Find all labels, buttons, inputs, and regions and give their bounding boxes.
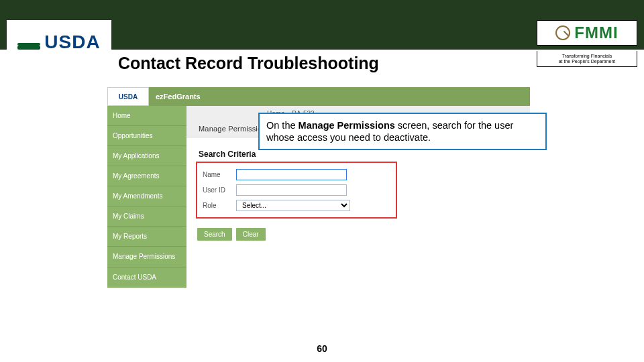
- sidebar-item-my-agreements[interactable]: My Agreements: [107, 166, 186, 186]
- sidebar-item-home[interactable]: Home: [107, 106, 186, 126]
- sidebar-item-my-applications[interactable]: My Applications: [107, 146, 186, 166]
- usda-logo: USDA: [7, 20, 111, 64]
- callout-text-bold: Manage Permissions: [299, 120, 395, 131]
- key-icon: [555, 25, 570, 40]
- fmmi-logo: FMMI: [537, 20, 637, 46]
- sidebar-item-my-amendments[interactable]: My Amendments: [107, 186, 186, 206]
- app-top-bar: ezFedGrants: [149, 87, 530, 106]
- fmmi-tagline-2: at the People's Department: [559, 59, 616, 64]
- app-brand-title: ezFedGrants: [156, 93, 201, 101]
- page-number: 60: [317, 343, 327, 354]
- search-button[interactable]: Search: [197, 228, 232, 241]
- usda-mark-icon: [17, 32, 40, 52]
- sidebar-item-opportunities[interactable]: Opportunities: [107, 126, 186, 146]
- sidebar-item-my-claims[interactable]: My Claims: [107, 206, 186, 227]
- slide-title: Contact Record Troubleshooting: [118, 52, 382, 73]
- label-name: Name: [203, 171, 236, 178]
- app-usda-mini-logo: USDA: [107, 87, 149, 106]
- label-role: Role: [203, 202, 236, 209]
- sidebar-item-manage-permissions[interactable]: Manage Permissions: [107, 247, 186, 267]
- fmmi-logo-text: FMMI: [574, 23, 618, 42]
- fmmi-tagline-1: Transforming Financials: [562, 54, 612, 58]
- clear-button[interactable]: Clear: [236, 228, 266, 241]
- usda-logo-text: USDA: [44, 32, 100, 53]
- app-sidebar: Home Opportunities My Applications My Ag…: [107, 106, 186, 288]
- instruction-callout: On the Manage Permissions screen, search…: [258, 113, 547, 150]
- sidebar-item-my-reports[interactable]: My Reports: [107, 227, 186, 247]
- name-input[interactable]: [236, 169, 347, 180]
- role-select[interactable]: Select...: [236, 200, 350, 211]
- highlight-box: Name User ID Role Select...: [196, 162, 397, 219]
- userid-input[interactable]: [236, 184, 347, 196]
- fmmi-tagline: Transforming Financials at the People's …: [537, 51, 637, 67]
- label-userid: User ID: [203, 186, 236, 194]
- callout-text-prefix: On the: [266, 120, 299, 131]
- sidebar-item-contact-usda[interactable]: Contact USDA: [107, 267, 186, 288]
